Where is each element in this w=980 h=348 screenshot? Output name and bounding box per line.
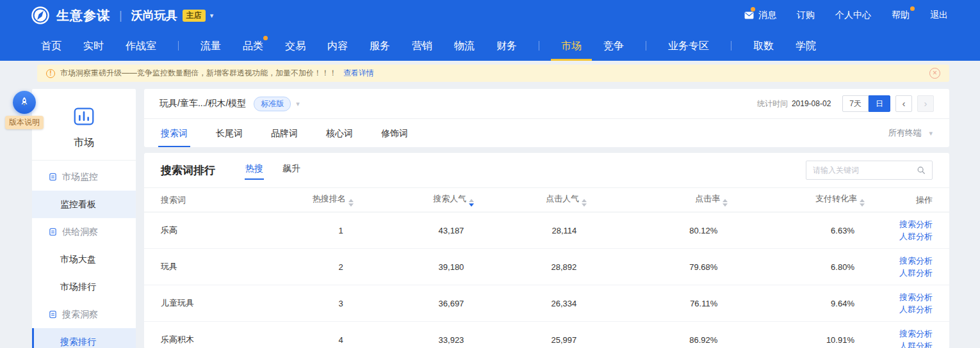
stat-time-label: 统计时间 [757, 99, 788, 109]
cell-actions: 搜索分析 人群分析 [865, 322, 949, 348]
date-range-segmented: 7天 日 [842, 95, 890, 112]
col-header-rank[interactable]: 热搜排名 [273, 188, 354, 212]
help-label: 帮助 [892, 10, 910, 21]
nav-item-realtime[interactable]: 实时 [83, 31, 104, 61]
compass-logo-icon [31, 6, 50, 25]
tab-hot-search[interactable]: 热搜 [245, 161, 264, 180]
crowd-analysis-link[interactable]: 人群分析 [865, 340, 933, 348]
shop-selector[interactable]: 沃尚玩具 主店 ▾ [131, 8, 214, 23]
nav-item-traffic[interactable]: 流量 [200, 31, 221, 61]
sidebar-item-market-ranking[interactable]: 市场排行 [32, 273, 136, 301]
tab-modifier-words[interactable]: 修饰词 [381, 119, 408, 147]
shop-name: 沃尚玩具 [131, 8, 177, 23]
subscribe-menu-item[interactable]: 订购 [797, 10, 815, 21]
ranking-tabs: 热搜 飙升 [245, 161, 301, 180]
sidebar-group-supply-insight[interactable]: 供给洞察 [32, 218, 136, 246]
cell-pay-conversion: 9.64% [728, 285, 865, 322]
search-icon[interactable] [917, 166, 926, 175]
keyword-search-input[interactable] [813, 166, 917, 175]
nav-item-marketing[interactable]: 营销 [412, 31, 432, 61]
message-icon [744, 12, 754, 19]
nav-item-category[interactable]: 品类 [243, 31, 263, 61]
sidebar-group-search-insight[interactable]: 搜索洞察 [32, 301, 136, 328]
cell-rank: 2 [273, 249, 354, 285]
terminal-filter[interactable]: 所有终端 ▾ [888, 127, 933, 139]
sort-icon[interactable] [723, 199, 728, 207]
sort-icon[interactable] [348, 199, 354, 207]
sidebar-item-market-overview[interactable]: 市场大盘 [32, 246, 136, 273]
close-icon[interactable]: × [929, 68, 940, 79]
range-day-button[interactable]: 日 [869, 95, 890, 112]
version-note-widget[interactable]: 版本说明 [5, 91, 44, 129]
sidebar-module-market[interactable]: 市场 [32, 89, 136, 161]
nav-item-logistics[interactable]: 物流 [454, 31, 475, 61]
sidebar-module-label: 市场 [32, 136, 136, 150]
notice-text: 市场洞察重磅升级——竞争监控数量翻倍，新增客群透视功能，加量不加价！！！ [60, 68, 337, 79]
sidebar-item-search-ranking[interactable]: 搜索排行 [32, 328, 136, 348]
messages-label: 消息 [758, 10, 776, 21]
nav-item-business-zone[interactable]: 业务专区 [668, 31, 709, 61]
market-chart-icon [72, 104, 96, 129]
nav-item-competition[interactable]: 竞争 [603, 31, 624, 61]
tab-longtail-words[interactable]: 长尾词 [216, 119, 243, 147]
nav-item-content[interactable]: 内容 [327, 31, 348, 61]
search-analysis-link[interactable]: 搜索分析 [865, 291, 933, 303]
nav-item-trade[interactable]: 交易 [285, 31, 306, 61]
brand-name: 生意参谋 [56, 7, 110, 24]
col-label: 搜索人气 [433, 194, 466, 203]
cell-click-popularity: 26,334 [474, 285, 587, 322]
search-analysis-link[interactable]: 搜索分析 [865, 328, 933, 340]
nav-item-home[interactable]: 首页 [41, 31, 61, 61]
crowd-analysis-link[interactable]: 人群分析 [865, 303, 933, 315]
sort-icon[interactable] [582, 199, 587, 207]
cell-click-popularity: 25,997 [474, 322, 587, 348]
cell-search-popularity: 39,180 [354, 249, 475, 285]
nav-item-warroom[interactable]: 作战室 [126, 31, 156, 61]
search-analysis-link[interactable]: 搜索分析 [865, 255, 933, 267]
messages-menu-item[interactable]: 消息 [744, 10, 776, 21]
profile-menu-item[interactable]: 个人中心 [835, 10, 871, 21]
sidebar-group-market-monitor[interactable]: 市场监控 [32, 163, 136, 191]
sort-icon[interactable] [860, 199, 865, 207]
sidebar-item-monitor-board[interactable]: 监控看板 [32, 191, 136, 218]
col-label: 热搜排名 [313, 194, 346, 203]
nav-label: 品类 [243, 40, 263, 51]
help-menu-item[interactable]: 帮助 [892, 10, 910, 21]
chevron-down-icon[interactable]: ▾ [296, 100, 300, 108]
category-breadcrumb[interactable]: 玩具/童车.../积木/模型 [159, 98, 246, 109]
prev-date-button[interactable]: ‹ [895, 95, 912, 112]
tab-search-words[interactable]: 搜索词 [161, 119, 188, 147]
col-header-click-rate[interactable]: 点击率 [587, 188, 728, 212]
tab-core-words[interactable]: 核心词 [326, 119, 353, 147]
notification-dot [910, 6, 915, 11]
nav-item-market[interactable]: 市场 [561, 31, 582, 61]
word-type-tabs: 搜索词 长尾词 品牌词 核心词 修饰词 所有终端 ▾ [144, 119, 949, 147]
col-header-pay-conversion[interactable]: 支付转化率 [728, 188, 865, 212]
tab-brand-words[interactable]: 品牌词 [271, 119, 298, 147]
crowd-analysis-link[interactable]: 人群分析 [865, 230, 933, 242]
next-date-button[interactable]: › [917, 95, 934, 112]
table-header-row: 搜索词 热搜排名 搜索人气 点击人气 点击率 支付转化率 操作 [144, 188, 949, 212]
cell-pay-conversion: 10.91% [728, 322, 865, 348]
nav-item-finance[interactable]: 财务 [496, 31, 517, 61]
crowd-analysis-link[interactable]: 人群分析 [865, 267, 933, 279]
col-header-click-popularity[interactable]: 点击人气 [474, 188, 587, 212]
chevron-down-icon: ▾ [210, 12, 214, 20]
nav-item-academy[interactable]: 学院 [796, 31, 816, 61]
ranking-header: 搜索词排行 热搜 飙升 [144, 153, 949, 187]
main-panel: 玩具/童车.../积木/模型 标准版 ▾ 统计时间 2019-08-02 7天 … [144, 89, 949, 348]
tab-rising[interactable]: 飙升 [282, 161, 301, 180]
nav-divider [646, 41, 646, 51]
document-icon [49, 228, 57, 236]
nav-item-service[interactable]: 服务 [370, 31, 390, 61]
logout-menu-item[interactable]: 退出 [930, 10, 948, 21]
search-analysis-link[interactable]: 搜索分析 [865, 218, 933, 230]
range-7day-button[interactable]: 7天 [842, 95, 869, 112]
rocket-icon [13, 91, 36, 114]
table-row: 乐高 1 43,187 28,114 80.12% 6.63% 搜索分析 人群分… [144, 212, 949, 249]
notice-detail-link[interactable]: 查看详情 [343, 68, 374, 79]
sort-icon[interactable] [469, 199, 474, 207]
app-logo[interactable]: 生意参谋 [31, 6, 110, 25]
col-header-search-popularity[interactable]: 搜索人气 [354, 188, 475, 212]
nav-item-data-fetch[interactable]: 取数 [753, 31, 774, 61]
